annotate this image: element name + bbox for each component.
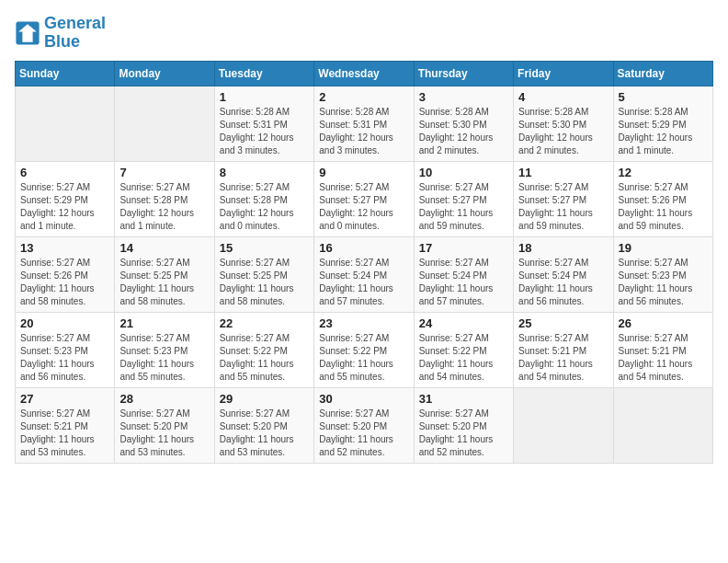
day-number: 4	[518, 90, 608, 104]
calendar-cell	[16, 86, 115, 161]
day-info: Sunrise: 5:27 AM Sunset: 5:28 PM Dayligh…	[119, 181, 209, 233]
day-number: 8	[220, 166, 309, 179]
day-info: Sunrise: 5:27 AM Sunset: 5:26 PM Dayligh…	[20, 257, 109, 308]
header-cell-wednesday: Wednesday	[314, 61, 414, 86]
calendar-week-1: 6Sunrise: 5:27 AM Sunset: 5:29 PM Daylig…	[16, 161, 713, 236]
day-number: 29	[220, 392, 309, 406]
calendar-cell: 2Sunrise: 5:28 AM Sunset: 5:31 PM Daylig…	[314, 86, 414, 161]
day-info: Sunrise: 5:27 AM Sunset: 5:29 PM Dayligh…	[20, 181, 109, 233]
calendar-cell	[613, 387, 712, 463]
day-info: Sunrise: 5:28 AM Sunset: 5:30 PM Dayligh…	[419, 106, 508, 157]
day-number: 22	[220, 316, 309, 330]
day-number: 31	[419, 392, 508, 406]
logo: General Blue	[15, 15, 106, 52]
day-number: 12	[619, 166, 708, 179]
day-info: Sunrise: 5:27 AM Sunset: 5:27 PM Dayligh…	[419, 181, 508, 233]
day-info: Sunrise: 5:27 AM Sunset: 5:24 PM Dayligh…	[319, 257, 408, 308]
day-info: Sunrise: 5:27 AM Sunset: 5:20 PM Dayligh…	[119, 408, 209, 459]
day-number: 25	[518, 316, 608, 330]
day-info: Sunrise: 5:28 AM Sunset: 5:31 PM Dayligh…	[319, 106, 408, 157]
calendar-cell: 11Sunrise: 5:27 AM Sunset: 5:27 PM Dayli…	[514, 161, 613, 236]
calendar-cell: 22Sunrise: 5:27 AM Sunset: 5:22 PM Dayli…	[214, 312, 313, 387]
calendar-table: SundayMondayTuesdayWednesdayThursdayFrid…	[15, 61, 713, 464]
header-cell-saturday: Saturday	[613, 61, 712, 86]
day-info: Sunrise: 5:27 AM Sunset: 5:25 PM Dayligh…	[119, 257, 209, 308]
day-info: Sunrise: 5:27 AM Sunset: 5:20 PM Dayligh…	[319, 408, 408, 459]
day-info: Sunrise: 5:27 AM Sunset: 5:25 PM Dayligh…	[220, 257, 309, 308]
calendar-cell: 6Sunrise: 5:27 AM Sunset: 5:29 PM Daylig…	[16, 161, 115, 236]
logo-icon	[15, 20, 40, 46]
calendar-cell: 24Sunrise: 5:27 AM Sunset: 5:22 PM Dayli…	[414, 312, 513, 387]
day-info: Sunrise: 5:27 AM Sunset: 5:21 PM Dayligh…	[619, 332, 708, 384]
calendar-cell: 31Sunrise: 5:27 AM Sunset: 5:20 PM Dayli…	[414, 387, 513, 463]
calendar-cell: 12Sunrise: 5:27 AM Sunset: 5:26 PM Dayli…	[613, 161, 712, 236]
day-info: Sunrise: 5:27 AM Sunset: 5:21 PM Dayligh…	[20, 408, 109, 459]
calendar-cell: 21Sunrise: 5:27 AM Sunset: 5:23 PM Dayli…	[115, 312, 214, 387]
day-info: Sunrise: 5:27 AM Sunset: 5:27 PM Dayligh…	[518, 181, 608, 233]
header-cell-sunday: Sunday	[16, 61, 115, 86]
day-info: Sunrise: 5:27 AM Sunset: 5:24 PM Dayligh…	[419, 257, 508, 308]
day-number: 10	[419, 166, 508, 179]
calendar-cell: 28Sunrise: 5:27 AM Sunset: 5:20 PM Dayli…	[115, 387, 214, 463]
day-info: Sunrise: 5:27 AM Sunset: 5:23 PM Dayligh…	[619, 257, 708, 308]
day-info: Sunrise: 5:28 AM Sunset: 5:31 PM Dayligh…	[220, 106, 309, 157]
day-number: 2	[319, 90, 408, 104]
page-header: General Blue	[15, 15, 713, 52]
calendar-cell: 4Sunrise: 5:28 AM Sunset: 5:30 PM Daylig…	[514, 86, 613, 161]
day-number: 5	[619, 90, 708, 104]
day-info: Sunrise: 5:27 AM Sunset: 5:22 PM Dayligh…	[419, 332, 508, 384]
day-number: 14	[119, 241, 209, 255]
day-number: 20	[20, 316, 109, 330]
calendar-cell: 29Sunrise: 5:27 AM Sunset: 5:20 PM Dayli…	[214, 387, 313, 463]
calendar-week-0: 1Sunrise: 5:28 AM Sunset: 5:31 PM Daylig…	[16, 86, 713, 161]
day-info: Sunrise: 5:27 AM Sunset: 5:24 PM Dayligh…	[518, 257, 608, 308]
calendar-cell: 27Sunrise: 5:27 AM Sunset: 5:21 PM Dayli…	[16, 387, 115, 463]
calendar-cell: 10Sunrise: 5:27 AM Sunset: 5:27 PM Dayli…	[414, 161, 513, 236]
day-info: Sunrise: 5:27 AM Sunset: 5:22 PM Dayligh…	[220, 332, 309, 384]
day-number: 18	[518, 241, 608, 255]
day-info: Sunrise: 5:27 AM Sunset: 5:27 PM Dayligh…	[319, 181, 408, 233]
calendar-body: 1Sunrise: 5:28 AM Sunset: 5:31 PM Daylig…	[16, 86, 713, 463]
day-number: 3	[419, 90, 508, 104]
header-cell-friday: Friday	[514, 61, 613, 86]
day-number: 1	[220, 90, 309, 104]
day-number: 16	[319, 241, 408, 255]
calendar-cell	[514, 387, 613, 463]
day-number: 27	[20, 392, 109, 406]
day-number: 30	[319, 392, 408, 406]
calendar-week-3: 20Sunrise: 5:27 AM Sunset: 5:23 PM Dayli…	[16, 312, 713, 387]
day-info: Sunrise: 5:27 AM Sunset: 5:26 PM Dayligh…	[619, 181, 708, 233]
calendar-cell: 7Sunrise: 5:27 AM Sunset: 5:28 PM Daylig…	[115, 161, 214, 236]
day-number: 11	[518, 166, 608, 179]
calendar-cell: 14Sunrise: 5:27 AM Sunset: 5:25 PM Dayli…	[115, 236, 214, 312]
calendar-cell	[115, 86, 214, 161]
calendar-week-2: 13Sunrise: 5:27 AM Sunset: 5:26 PM Dayli…	[16, 236, 713, 312]
day-number: 26	[619, 316, 708, 330]
day-number: 7	[119, 166, 209, 179]
day-info: Sunrise: 5:28 AM Sunset: 5:29 PM Dayligh…	[619, 106, 708, 157]
day-number: 19	[619, 241, 708, 255]
calendar-cell: 17Sunrise: 5:27 AM Sunset: 5:24 PM Dayli…	[414, 236, 513, 312]
day-info: Sunrise: 5:27 AM Sunset: 5:21 PM Dayligh…	[518, 332, 608, 384]
calendar-cell: 9Sunrise: 5:27 AM Sunset: 5:27 PM Daylig…	[314, 161, 414, 236]
header-cell-tuesday: Tuesday	[214, 61, 313, 86]
day-info: Sunrise: 5:27 AM Sunset: 5:28 PM Dayligh…	[220, 181, 309, 233]
day-info: Sunrise: 5:27 AM Sunset: 5:23 PM Dayligh…	[119, 332, 209, 384]
calendar-cell: 30Sunrise: 5:27 AM Sunset: 5:20 PM Dayli…	[314, 387, 414, 463]
calendar-cell: 18Sunrise: 5:27 AM Sunset: 5:24 PM Dayli…	[514, 236, 613, 312]
calendar-cell: 23Sunrise: 5:27 AM Sunset: 5:22 PM Dayli…	[314, 312, 414, 387]
calendar-cell: 13Sunrise: 5:27 AM Sunset: 5:26 PM Dayli…	[16, 236, 115, 312]
calendar-cell: 16Sunrise: 5:27 AM Sunset: 5:24 PM Dayli…	[314, 236, 414, 312]
calendar-cell: 5Sunrise: 5:28 AM Sunset: 5:29 PM Daylig…	[613, 86, 712, 161]
calendar-cell: 25Sunrise: 5:27 AM Sunset: 5:21 PM Dayli…	[514, 312, 613, 387]
header-cell-thursday: Thursday	[414, 61, 513, 86]
day-number: 15	[220, 241, 309, 255]
logo-text: General Blue	[44, 15, 106, 52]
day-info: Sunrise: 5:27 AM Sunset: 5:20 PM Dayligh…	[220, 408, 309, 459]
day-info: Sunrise: 5:28 AM Sunset: 5:30 PM Dayligh…	[518, 106, 608, 157]
calendar-cell: 26Sunrise: 5:27 AM Sunset: 5:21 PM Dayli…	[613, 312, 712, 387]
header-cell-monday: Monday	[115, 61, 214, 86]
calendar-cell: 1Sunrise: 5:28 AM Sunset: 5:31 PM Daylig…	[214, 86, 313, 161]
day-number: 23	[319, 316, 408, 330]
day-number: 28	[119, 392, 209, 406]
